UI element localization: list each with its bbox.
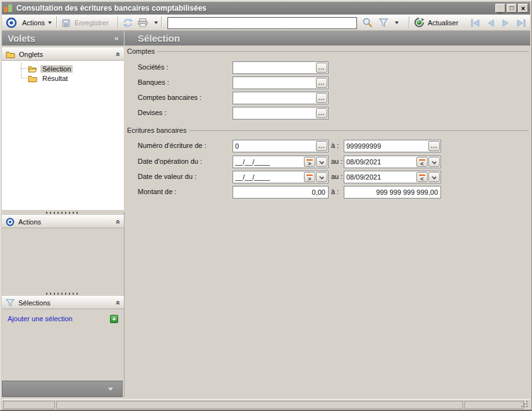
- calendar-dropdown-button[interactable]: [316, 172, 327, 182]
- lookup-button[interactable]: ...: [316, 78, 327, 88]
- horizontal-splitter[interactable]: [2, 210, 124, 215]
- resize-grip[interactable]: [526, 406, 528, 407]
- actions-section-label: Actions: [18, 218, 41, 226]
- titlebar: Consultation des écritures bancaires com…: [2, 2, 530, 15]
- montant-de-input[interactable]: [233, 187, 328, 198]
- banques-input[interactable]: [233, 77, 328, 89]
- lookup-button[interactable]: ...: [316, 141, 327, 151]
- refresh-data-label: Actualiser: [428, 19, 458, 27]
- refresh-button[interactable]: [123, 15, 133, 30]
- onglets-label: Onglets: [19, 51, 43, 58]
- field-label: Banques :: [138, 78, 169, 86]
- montant-a-input[interactable]: [344, 187, 440, 198]
- actions-section-header[interactable]: Actions »: [2, 215, 124, 228]
- societes-input[interactable]: [233, 62, 328, 73]
- collapse-panel-button[interactable]: «: [114, 34, 119, 43]
- toolbar-separator: [56, 16, 57, 28]
- date-operation-du-field: >: [233, 156, 329, 168]
- set-today-button[interactable]: >: [304, 172, 315, 182]
- actions-menu-button[interactable]: Actions: [22, 15, 52, 30]
- lookup-button[interactable]: ...: [316, 93, 327, 103]
- page-title: Sélection: [138, 33, 180, 44]
- date-valeur-au-field: <: [344, 171, 441, 183]
- print-button[interactable]: [137, 15, 158, 30]
- numero-de-input[interactable]: [233, 140, 328, 152]
- devises-input[interactable]: [233, 107, 328, 119]
- vertical-splitter[interactable]: [124, 212, 124, 397]
- calendar-dropdown-button[interactable]: [428, 172, 440, 182]
- field-row-date-valeur: Date de valeur du : > au : <: [1, 171, 531, 183]
- collapse-section-icon[interactable]: »: [114, 300, 123, 305]
- chevron-down-icon[interactable]: [154, 21, 158, 24]
- field-label: Comptes bancaires :: [138, 94, 202, 101]
- maximize-button[interactable]: □: [507, 4, 517, 13]
- save-icon: [61, 18, 71, 28]
- first-record-button[interactable]: [470, 18, 481, 28]
- status-cell: [3, 401, 55, 409]
- previous-record-button[interactable]: [485, 18, 496, 28]
- target-icon: [6, 218, 15, 226]
- toolbar: Actions Enregistrer: [2, 15, 530, 31]
- comptes-group-title: Comptes: [127, 47, 529, 55]
- set-today-button[interactable]: <: [416, 172, 428, 182]
- set-today-button[interactable]: >: [304, 157, 315, 167]
- search-input[interactable]: [167, 17, 357, 29]
- onglets-section-header[interactable]: Onglets »: [2, 47, 124, 61]
- numero-a-input[interactable]: [344, 140, 440, 152]
- field-label: Montant de :: [138, 188, 176, 195]
- next-record-button[interactable]: [500, 18, 511, 28]
- filter-button[interactable]: [378, 15, 389, 30]
- last-record-button[interactable]: [516, 18, 526, 28]
- comptes-bancaires-input[interactable]: [233, 92, 328, 104]
- selection-page-header: Sélection: [124, 31, 530, 46]
- app-icon: [4, 4, 13, 13]
- set-today-button[interactable]: <: [416, 157, 428, 167]
- group-divider: [189, 130, 529, 131]
- date-valeur-du-field: >: [233, 171, 329, 183]
- field-label: Numéro d'écriture de :: [138, 142, 206, 149]
- collapse-section-icon[interactable]: »: [114, 219, 123, 224]
- selections-section-header[interactable]: Sélections »: [2, 296, 124, 309]
- status-cell: [56, 401, 463, 409]
- group-divider: [157, 51, 529, 52]
- calendar-dropdown-button[interactable]: [428, 157, 440, 167]
- field-label: Devises :: [138, 109, 166, 116]
- folder-icon: [6, 51, 15, 58]
- sidebar-bottom-bar[interactable]: [2, 381, 123, 397]
- actions-menu-label: Actions: [22, 19, 45, 27]
- filter-options-button[interactable]: [395, 15, 399, 30]
- lookup-button[interactable]: ...: [428, 141, 440, 151]
- window-title: Consultation des écritures bancaires com…: [16, 4, 494, 13]
- montant-a-field: [344, 186, 441, 199]
- add-selection-row: Ajouter une sélection +: [2, 312, 124, 326]
- save-button[interactable]: Enregistrer: [61, 15, 109, 30]
- collapse-section-icon[interactable]: »: [114, 52, 123, 56]
- add-selection-link[interactable]: Ajouter une sélection: [8, 315, 73, 322]
- actualiser-icon: [414, 17, 425, 28]
- printer-icon: [137, 18, 148, 28]
- banques-field: ...: [233, 77, 329, 89]
- volets-title: Volets: [8, 33, 35, 44]
- calendar-dropdown-button[interactable]: [316, 157, 327, 167]
- field-row-date-operation: Date d'opération du : > au : <: [1, 156, 531, 168]
- close-button[interactable]: ×: [518, 4, 528, 13]
- numero-a-field: ...: [344, 140, 441, 152]
- search-button[interactable]: [362, 15, 373, 30]
- horizontal-splitter[interactable]: [2, 291, 124, 296]
- comptes-bancaires-field: ...: [233, 92, 329, 104]
- minimize-button[interactable]: _: [495, 4, 505, 13]
- range-au-label: au :: [331, 157, 342, 165]
- refresh-data-button[interactable]: Actualiser: [414, 15, 458, 30]
- add-icon[interactable]: +: [110, 315, 118, 323]
- chevron-down-icon: [48, 21, 52, 24]
- lookup-button[interactable]: ...: [316, 108, 327, 118]
- ecritures-group-title: Ecritures bancaires: [127, 126, 529, 134]
- montant-de-field: [233, 186, 329, 199]
- lookup-button[interactable]: ...: [316, 63, 327, 73]
- funnel-icon: [378, 18, 389, 28]
- field-label: Sociétés :: [138, 63, 168, 71]
- refresh-icon: [123, 18, 133, 28]
- range-au-label: au :: [331, 173, 342, 180]
- numero-de-field: ...: [233, 140, 329, 152]
- selections-section-label: Sélections: [18, 299, 51, 307]
